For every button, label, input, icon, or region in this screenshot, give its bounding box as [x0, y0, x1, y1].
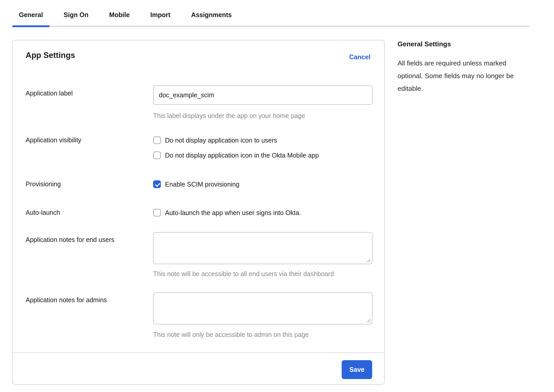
- checkbox-label: Auto-launch the app when user signs into…: [165, 209, 301, 217]
- application-label-label: Application label: [26, 90, 145, 97]
- tab-bar: General Sign On Mobile Import Assignment…: [12, 0, 529, 27]
- notes-admins-textarea[interactable]: [153, 292, 372, 324]
- notes-end-users-helper: This note will be accessible to all end …: [153, 270, 334, 278]
- cancel-link[interactable]: Cancel: [349, 53, 370, 61]
- help-column-title: General Settings: [398, 40, 532, 48]
- notes-admins-label: Application notes for admins: [26, 296, 145, 304]
- tab-assignments[interactable]: Assignments: [185, 0, 238, 26]
- provisioning-label: Provisioning: [26, 180, 145, 188]
- visibility-option-users: Do not display application icon to users: [153, 136, 277, 145]
- app-settings-card: App Settings Cancel Application label Th…: [12, 40, 385, 385]
- tab-general[interactable]: General: [12, 0, 49, 26]
- notes-admins-wrap: [153, 292, 372, 324]
- checkbox-label: Enable SCIM provisioning: [165, 181, 239, 188]
- save-button[interactable]: Save: [342, 360, 372, 379]
- provisioning-option: Enable SCIM provisioning: [153, 180, 239, 189]
- visibility-option-mobile: Do not display application icon in the O…: [153, 151, 319, 160]
- checkbox-auto-launch[interactable]: [153, 209, 161, 217]
- tab-mobile[interactable]: Mobile: [103, 0, 136, 26]
- checkbox-hide-icon-mobile[interactable]: [153, 151, 161, 159]
- tab-sign-on[interactable]: Sign On: [57, 0, 95, 26]
- notes-end-users-textarea[interactable]: [153, 232, 372, 264]
- auto-launch-option: Auto-launch the app when user signs into…: [153, 208, 301, 217]
- help-column-body: All fields are required unless marked op…: [398, 57, 532, 95]
- application-label-helper: This label displays under the app on you…: [153, 112, 305, 120]
- notes-end-users-label: Application notes for end users: [26, 236, 145, 243]
- card-title: App Settings: [26, 51, 75, 60]
- checkbox-label: Do not display application icon in the O…: [165, 152, 319, 159]
- tab-import[interactable]: Import: [144, 0, 177, 26]
- checkbox-hide-icon-users[interactable]: [153, 136, 161, 144]
- application-label-input[interactable]: [153, 85, 372, 105]
- checkbox-label: Do not display application icon to users: [165, 137, 277, 144]
- footer-divider: [13, 352, 384, 353]
- checkbox-enable-scim[interactable]: [153, 180, 161, 188]
- application-visibility-label: Application visibility: [26, 136, 145, 144]
- help-column: General Settings All fields are required…: [398, 40, 532, 95]
- auto-launch-label: Auto-launch: [26, 209, 145, 216]
- notes-admins-helper: This note will only be accessible to adm…: [153, 331, 309, 338]
- notes-end-users-wrap: [153, 232, 372, 264]
- app-settings-page: General Sign On Mobile Import Assignment…: [0, 0, 554, 392]
